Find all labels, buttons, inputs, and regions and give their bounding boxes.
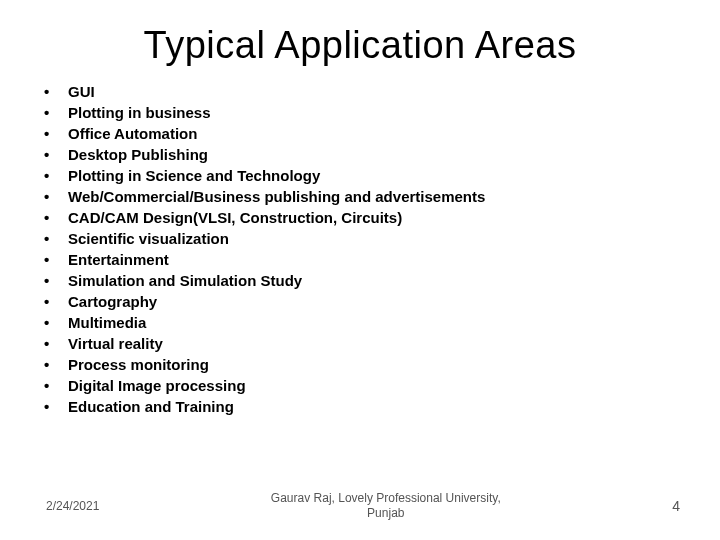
list-item-label: Entertainment bbox=[68, 249, 680, 270]
list-item-label: Digital Image processing bbox=[68, 375, 680, 396]
bullet-icon: • bbox=[40, 144, 68, 165]
bullet-icon: • bbox=[40, 228, 68, 249]
list-item: •Office Automation bbox=[40, 123, 680, 144]
list-item-label: Multimedia bbox=[68, 312, 680, 333]
bullet-icon: • bbox=[40, 291, 68, 312]
list-item-label: Simulation and Simulation Study bbox=[68, 270, 680, 291]
list-item-label: Plotting in business bbox=[68, 102, 680, 123]
list-item: •Plotting in business bbox=[40, 102, 680, 123]
bullet-icon: • bbox=[40, 333, 68, 354]
list-item: •Simulation and Simulation Study bbox=[40, 270, 680, 291]
bullet-icon: • bbox=[40, 123, 68, 144]
bullet-icon: • bbox=[40, 207, 68, 228]
bullet-icon: • bbox=[40, 375, 68, 396]
list-item-label: Plotting in Science and Technology bbox=[68, 165, 680, 186]
bullet-icon: • bbox=[40, 312, 68, 333]
list-item: •Process monitoring bbox=[40, 354, 680, 375]
list-item-label: Scientific visualization bbox=[68, 228, 680, 249]
slide: Typical Application Areas •GUI•Plotting … bbox=[0, 0, 720, 540]
footer-author-line1: Gaurav Raj, Lovely Professional Universi… bbox=[271, 491, 501, 505]
list-item-label: Office Automation bbox=[68, 123, 680, 144]
list-item: •Scientific visualization bbox=[40, 228, 680, 249]
list-item: •Digital Image processing bbox=[40, 375, 680, 396]
bullet-icon: • bbox=[40, 186, 68, 207]
footer-author: Gaurav Raj, Lovely Professional Universi… bbox=[99, 491, 672, 522]
bullet-icon: • bbox=[40, 396, 68, 417]
list-item-label: Web/Commercial/Business publishing and a… bbox=[68, 186, 680, 207]
list-item: •GUI bbox=[40, 81, 680, 102]
bullet-list: •GUI•Plotting in business•Office Automat… bbox=[40, 81, 680, 417]
list-item: •Education and Training bbox=[40, 396, 680, 417]
list-item: •Virtual reality bbox=[40, 333, 680, 354]
bullet-icon: • bbox=[40, 102, 68, 123]
list-item: •Entertainment bbox=[40, 249, 680, 270]
list-item: •Cartography bbox=[40, 291, 680, 312]
list-item: •Multimedia bbox=[40, 312, 680, 333]
bullet-icon: • bbox=[40, 81, 68, 102]
list-item-label: Process monitoring bbox=[68, 354, 680, 375]
slide-content: •GUI•Plotting in business•Office Automat… bbox=[40, 81, 680, 417]
list-item: •Web/Commercial/Business publishing and … bbox=[40, 186, 680, 207]
list-item-label: Desktop Publishing bbox=[68, 144, 680, 165]
bullet-icon: • bbox=[40, 354, 68, 375]
list-item: •Plotting in Science and Technology bbox=[40, 165, 680, 186]
slide-title: Typical Application Areas bbox=[40, 24, 680, 67]
list-item-label: Education and Training bbox=[68, 396, 680, 417]
bullet-icon: • bbox=[40, 165, 68, 186]
footer-date: 2/24/2021 bbox=[46, 499, 99, 513]
bullet-icon: • bbox=[40, 270, 68, 291]
list-item-label: CAD/CAM Design(VLSI, Construction, Circu… bbox=[68, 207, 680, 228]
list-item-label: Cartography bbox=[68, 291, 680, 312]
list-item: •Desktop Publishing bbox=[40, 144, 680, 165]
footer-page-number: 4 bbox=[672, 498, 680, 514]
list-item: •CAD/CAM Design(VLSI, Construction, Circ… bbox=[40, 207, 680, 228]
slide-footer: 2/24/2021 Gaurav Raj, Lovely Professiona… bbox=[0, 491, 720, 522]
footer-author-line2: Punjab bbox=[367, 506, 404, 520]
bullet-icon: • bbox=[40, 249, 68, 270]
list-item-label: Virtual reality bbox=[68, 333, 680, 354]
list-item-label: GUI bbox=[68, 81, 680, 102]
